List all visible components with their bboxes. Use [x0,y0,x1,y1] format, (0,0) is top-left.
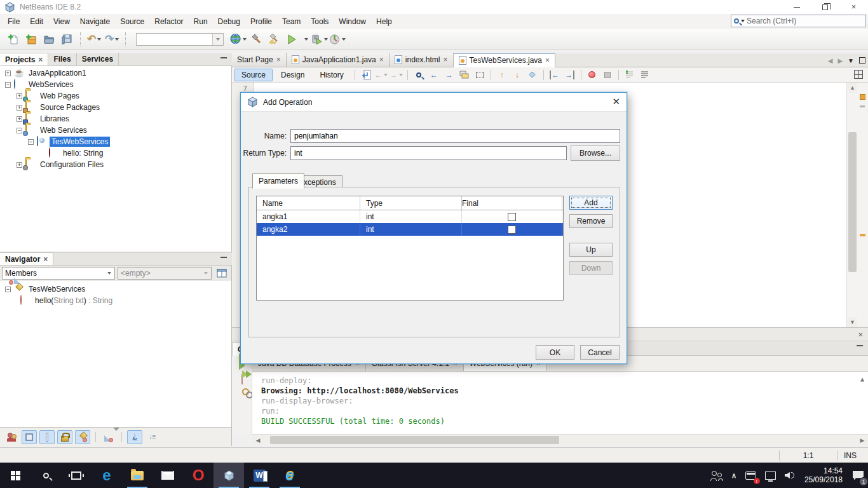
taskbar-mail[interactable] [153,463,183,488]
shift-line-left-button[interactable]: ← [548,69,562,81]
action-center-button[interactable]: 1 [848,463,868,488]
quick-search-box[interactable] [731,15,866,27]
debug-project-button[interactable] [311,31,328,48]
shift-line-right-button[interactable]: → [563,69,577,81]
sort-alphabetically-toggle[interactable]: ↓ᴬᶻ [127,430,142,444]
show-hidden-icons-chevron[interactable]: ∧ [727,463,741,488]
show-annotations-toggle[interactable] [101,430,116,444]
tree-item-web-pages[interactable]: Web Pages [0,90,231,102]
warning-line-marker[interactable] [860,234,865,236]
close-icon[interactable]: × [545,57,550,64]
last-edit-location-button[interactable] [359,69,373,81]
toggle-highlight-button[interactable] [458,69,471,81]
collapse-icon[interactable] [17,128,22,133]
tab-projects[interactable]: Projects× [0,53,48,65]
output-console[interactable]: run-deploy: Browsing: http://localhost:8… [252,372,868,434]
expand-icon[interactable] [17,105,22,111]
collapse-icon[interactable] [5,287,11,292]
minimize-button[interactable] [782,0,811,14]
taskbar-search-button[interactable] [31,463,61,488]
taskbar-netbeans-active[interactable] [214,463,244,488]
scroll-left-icon[interactable]: ◀ [254,436,262,444]
minimize-panel-icon[interactable] [220,57,227,58]
menu-file[interactable]: File [3,15,25,28]
close-icon[interactable]: × [43,255,48,263]
show-fields-toggle[interactable] [22,430,37,444]
taskbar-internet-explorer[interactable]: e [275,463,305,488]
show-inherited-members-toggle[interactable] [4,430,19,444]
menu-debug[interactable]: Debug [213,15,245,28]
sort-by-source-toggle[interactable]: ↓≡ [145,430,160,444]
navigator-class-item[interactable]: TesWebServices [0,283,231,295]
final-checkbox[interactable] [508,213,516,221]
scroll-tabs-left-icon[interactable]: ◀ [828,57,833,64]
table-row-selected[interactable]: angka2 int [257,223,563,236]
tab-teswebservices-java[interactable]: TesWebServices.java× [454,53,556,67]
parameters-table[interactable]: Name Type Final angka1 int angka2 int [256,196,564,301]
tree-item-source-packages[interactable]: Source Packages [0,102,231,113]
close-icon[interactable]: × [379,56,384,64]
show-inner-classes-toggle[interactable] [75,430,90,444]
menu-tools[interactable]: Tools [306,15,334,28]
previous-occurrence-button[interactable]: ↑ [495,69,509,81]
design-view-button[interactable]: Design [274,69,311,81]
undo-button[interactable]: ↶ [86,31,102,48]
menu-run[interactable]: Run [189,15,213,28]
new-file-button[interactable] [5,31,22,48]
collapse-icon[interactable] [28,139,34,145]
table-row[interactable]: angka1 int [257,210,563,223]
scrollbar-thumb[interactable] [270,436,559,444]
comment-button[interactable] [623,69,637,81]
output-line-link[interactable]: Browsing: http://localhost:8080/WebServi… [261,386,868,396]
navigator-view-button[interactable] [214,266,229,280]
close-icon[interactable]: × [276,56,281,64]
people-tray-icon[interactable] [707,463,727,488]
forward-button[interactable]: → [390,69,403,81]
add-parameter-button[interactable]: Add [569,196,613,210]
scroll-up-icon[interactable]: ▲ [847,83,858,93]
close-button[interactable]: × [839,0,868,14]
history-view-button[interactable]: History [313,69,350,81]
menu-help[interactable]: Help [371,15,397,28]
return-type-field[interactable] [290,146,567,160]
tree-item-teswebservices[interactable]: TesWebServices [0,136,231,147]
dialog-title-bar[interactable]: Add Operation ✕ [241,93,627,112]
run-project-button[interactable] [283,31,300,48]
find-next-button[interactable]: → [442,69,456,81]
minimize-panel-icon[interactable] [220,257,227,258]
name-field[interactable] [290,129,620,143]
cell-type[interactable]: int [360,223,462,236]
show-static-members-toggle[interactable] [39,430,55,444]
find-previous-button[interactable]: ← [427,69,441,81]
source-view-button[interactable]: Source [234,69,273,81]
save-all-button[interactable] [58,31,75,48]
clock[interactable]: 14:54 25/09/2018 [799,463,848,488]
menu-profile[interactable]: Profile [245,15,277,28]
tree-item-libraries[interactable]: Libraries [0,113,231,125]
menu-navigate[interactable]: Navigate [75,15,115,28]
column-header-type[interactable]: Type [360,196,462,210]
collapse-icon[interactable] [5,82,11,88]
expand-icon[interactable] [5,71,11,76]
task-view-button[interactable] [61,463,92,488]
move-down-button[interactable]: Down [569,261,613,275]
column-header-final[interactable]: Final [462,196,562,210]
defender-tray-icon[interactable]: ! [741,463,761,488]
taskbar-word[interactable]: W [244,463,275,488]
tab-list-dropdown-icon[interactable]: ▼ [848,57,854,64]
uncomment-button[interactable] [638,69,652,81]
run-dropdown-icon[interactable] [301,31,310,48]
cancel-button[interactable]: Cancel [580,345,620,360]
maximize-editor-icon[interactable] [859,57,865,64]
find-selection-button[interactable] [412,69,426,81]
close-icon[interactable]: × [858,330,863,339]
expand-icon[interactable] [17,162,22,168]
tree-item-webservices-project[interactable]: WebServices [0,79,231,90]
menu-edit[interactable]: Edit [25,15,48,28]
restore-button[interactable] [811,0,839,14]
volume-tray-icon[interactable] [780,463,799,488]
start-button[interactable] [0,463,31,488]
build-project-button[interactable] [248,31,264,48]
start-macro-recording-button[interactable] [585,69,599,81]
cell-name[interactable]: angka1 [257,210,360,223]
